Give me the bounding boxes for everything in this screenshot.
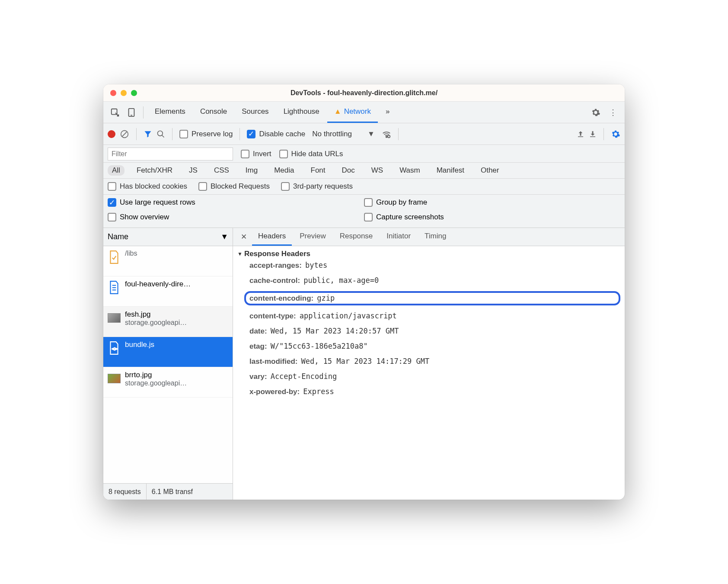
type-all[interactable]: All [108, 165, 125, 176]
svg-line-6 [162, 135, 164, 137]
tab-console[interactable]: Console [193, 102, 234, 123]
document-file-icon [108, 280, 121, 295]
hide-data-urls-checkbox[interactable]: Hide data URLs [279, 150, 343, 158]
type-ws[interactable]: WS [367, 165, 387, 176]
group-by-frame-checkbox[interactable]: Group by frame [364, 198, 620, 207]
header-value: public, max-age=0 [303, 276, 379, 285]
type-media[interactable]: Media [270, 165, 298, 176]
request-row[interactable]: foul-heavenly-dire… [103, 276, 233, 307]
name-column-label: Name [108, 232, 128, 241]
tab-elements[interactable]: Elements [148, 102, 192, 123]
close-detail-icon[interactable]: ✕ [237, 232, 250, 241]
svg-point-7 [386, 136, 387, 138]
svg-rect-9 [578, 136, 583, 137]
record-button[interactable] [108, 130, 115, 138]
checkbox-unchecked-icon [198, 182, 207, 191]
blocked-requests-checkbox[interactable]: Blocked Requests [198, 182, 270, 191]
preserve-log-checkbox[interactable]: Preserve log [179, 130, 233, 138]
type-img[interactable]: Img [241, 165, 262, 176]
show-overview-checkbox[interactable]: Show overview [108, 213, 364, 221]
detail-tabs: ✕ Headers Preview Response Initiator Tim… [233, 228, 625, 246]
device-toggle-icon[interactable] [124, 105, 139, 120]
chevron-down-icon: ▼ [367, 130, 375, 138]
headers-list: accept-ranges:bytescache-control:public,… [249, 261, 620, 396]
disable-cache-checkbox[interactable]: ✓ Disable cache [247, 130, 305, 138]
header-value: Wed, 15 Mar 2023 14:17:29 GMT [301, 357, 429, 366]
tab-network[interactable]: ▲ Network [327, 102, 378, 123]
search-icon[interactable] [156, 130, 165, 138]
header-row: date:Wed, 15 Mar 2023 14:20:57 GMT [249, 327, 620, 336]
type-js[interactable]: JS [185, 165, 202, 176]
request-name: brrto.jpg [125, 371, 187, 379]
kebab-menu-icon[interactable]: ⋮ [606, 105, 620, 120]
type-font[interactable]: Font [307, 165, 330, 176]
type-manifest[interactable]: Manifest [432, 165, 469, 176]
detail-tab-preview[interactable]: Preview [294, 228, 332, 246]
window-controls [110, 90, 137, 96]
type-doc[interactable]: Doc [338, 165, 359, 176]
svg-line-4 [122, 132, 127, 136]
request-row[interactable]: /libs [103, 246, 233, 276]
tabs-overflow[interactable]: » [379, 102, 396, 123]
filter-input[interactable] [108, 148, 233, 160]
detail-tab-response[interactable]: Response [334, 228, 379, 246]
download-har-icon[interactable] [589, 130, 597, 138]
checkbox-unchecked-icon [281, 182, 290, 191]
request-name: foul-heavenly-dire… [125, 280, 191, 289]
request-row-selected[interactable]: <> bundle.js [103, 337, 233, 367]
header-key: last-modified: [249, 357, 297, 366]
checkbox-unchecked-icon [108, 213, 116, 221]
network-settings-icon[interactable] [611, 129, 620, 139]
content-area: Name ▼ /libs [103, 228, 625, 500]
request-row[interactable]: fesh.jpg storage.googleapi… [103, 307, 233, 337]
capture-screenshots-checkbox[interactable]: Capture screenshots [364, 213, 620, 221]
separator [143, 106, 144, 119]
network-conditions-icon[interactable] [382, 129, 391, 139]
header-value: Express [303, 387, 334, 396]
header-value: Accept-Encoding [271, 372, 337, 381]
upload-har-icon[interactable] [577, 130, 584, 138]
checkbox-unchecked-icon [364, 198, 373, 207]
disclosure-triangle-icon: ▼ [237, 251, 243, 257]
clear-icon[interactable] [120, 129, 129, 139]
separator [239, 128, 240, 140]
extra-filters-row: Has blocked cookies Blocked Requests 3rd… [103, 179, 625, 195]
close-window[interactable] [110, 90, 116, 96]
inspect-icon[interactable] [108, 105, 122, 120]
request-row[interactable]: brrto.jpg storage.googleapi… [103, 367, 233, 398]
type-other[interactable]: Other [476, 165, 504, 176]
third-party-checkbox[interactable]: 3rd-party requests [281, 182, 353, 191]
chevron-down-icon: ▼ [220, 232, 228, 241]
devtools-window: DevTools - foul-heavenly-direction.glitc… [103, 84, 625, 500]
resource-type-filter: All Fetch/XHR JS CSS Img Media Font Doc … [103, 163, 625, 179]
detail-tab-timing[interactable]: Timing [418, 228, 452, 246]
request-name: fesh.jpg [125, 310, 187, 319]
response-headers-section[interactable]: ▼ Response Headers [237, 250, 620, 258]
type-css[interactable]: CSS [210, 165, 233, 176]
request-path: storage.googleapi… [125, 319, 187, 327]
separator [136, 128, 137, 140]
disable-cache-label: Disable cache [259, 130, 305, 138]
checkbox-unchecked-icon [279, 150, 288, 158]
type-wasm[interactable]: Wasm [395, 165, 425, 176]
detail-tab-initiator[interactable]: Initiator [380, 228, 417, 246]
detail-panel: ✕ Headers Preview Response Initiator Tim… [233, 228, 625, 500]
tab-sources[interactable]: Sources [235, 102, 275, 123]
header-value: application/javascript [300, 311, 397, 320]
header-row: last-modified:Wed, 15 Mar 2023 14:17:29 … [249, 357, 620, 366]
settings-icon[interactable] [588, 105, 603, 120]
group-by-frame-label: Group by frame [376, 198, 427, 207]
header-key: vary: [249, 372, 267, 381]
name-column-header[interactable]: Name ▼ [103, 228, 233, 246]
throttling-select[interactable]: No throttling ▼ [310, 130, 377, 138]
invert-checkbox[interactable]: Invert [241, 150, 271, 158]
blocked-cookies-checkbox[interactable]: Has blocked cookies [108, 182, 187, 191]
detail-tab-headers[interactable]: Headers [252, 228, 292, 246]
minimize-window[interactable] [121, 90, 127, 96]
maximize-window[interactable] [131, 90, 137, 96]
filter-toggle-icon[interactable] [144, 130, 152, 138]
invert-label: Invert [253, 150, 271, 158]
type-fetchxhr[interactable]: Fetch/XHR [132, 165, 177, 176]
large-rows-checkbox[interactable]: ✓ Use large request rows [108, 198, 364, 207]
tab-lighthouse[interactable]: Lighthouse [277, 102, 326, 123]
